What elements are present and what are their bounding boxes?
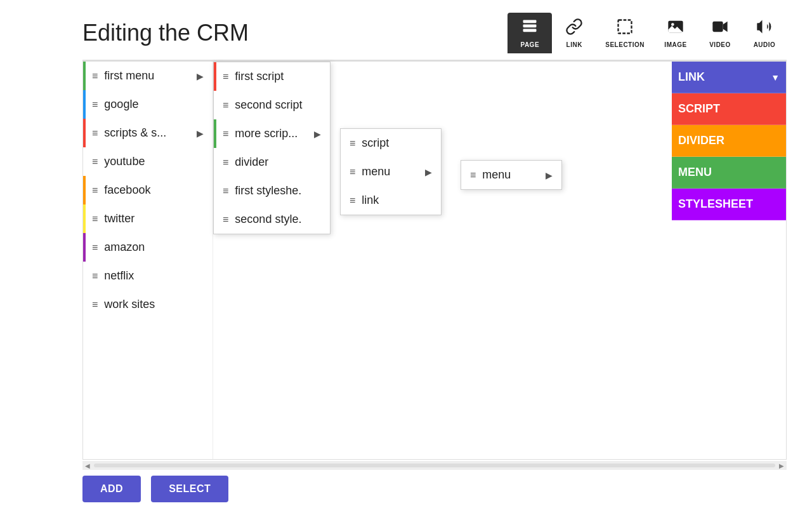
sub-drag-icon-0: ≡ (223, 71, 228, 83)
color-bar-4 (83, 176, 86, 204)
left-menu-item-2[interactable]: ≡scripts & s...▶ (83, 119, 213, 147)
type-btn-stylesheet[interactable]: STYLESHEET (672, 189, 786, 220)
scroll-area: ◀ ▶ (82, 461, 787, 470)
menu-label-6: amazon (104, 241, 145, 254)
scroll-right-icon[interactable]: ▶ (776, 462, 787, 469)
link-icon (565, 18, 583, 39)
type-btn-menu[interactable]: MENU (672, 157, 786, 189)
sub-label-5: second style. (235, 213, 301, 226)
color-bar-2 (83, 119, 86, 147)
sub-label-2: link (362, 194, 379, 207)
submenu-item-1[interactable]: ≡menu▶ (341, 157, 441, 186)
type-panel: LINK▼SCRIPTDIVIDERMENUSTYLESHEET (672, 62, 786, 220)
main-area: ≡first menu▶≡google≡scripts & s...▶≡yout… (82, 60, 787, 460)
drag-icon-6: ≡ (92, 242, 98, 253)
audio-label: AUDIO (754, 41, 776, 48)
left-panel: ≡first menu▶≡google≡scripts & s...▶≡yout… (83, 62, 213, 459)
color-bar-1 (83, 90, 86, 119)
toolbar-item-page[interactable]: PAGE (508, 13, 552, 53)
sub-arrow-0: ▶ (546, 170, 553, 180)
page-label: PAGE (520, 41, 539, 48)
type-btn-script[interactable]: SCRIPT (672, 93, 786, 125)
scroll-track[interactable] (94, 464, 775, 467)
left-menu-item-8[interactable]: ≡work sites (83, 290, 213, 319)
menu-label-3: youtube (104, 155, 145, 168)
type-btn-divider[interactable]: DIVIDER (672, 125, 786, 157)
submenu-item-1[interactable]: ≡second script (214, 91, 330, 119)
sub-label-0: first script (235, 70, 284, 83)
menu-arrow-2: ▶ (197, 128, 204, 138)
drag-icon-4: ≡ (92, 185, 98, 196)
svg-rect-0 (523, 20, 537, 23)
drag-icon-0: ≡ (92, 70, 98, 82)
submenu-item-5[interactable]: ≡second style. (214, 205, 330, 234)
scroll-left-icon[interactable]: ◀ (82, 462, 93, 469)
color-bar-5 (83, 204, 86, 233)
left-menu-item-4[interactable]: ≡facebook (83, 176, 213, 204)
type-label-3: MENU (678, 166, 712, 179)
submenu-item-2[interactable]: ≡more scrip...▶ (214, 119, 330, 148)
submenu-item-0[interactable]: ≡menu▶ (461, 161, 561, 189)
drag-icon-3: ≡ (92, 156, 98, 168)
video-icon (711, 18, 729, 39)
type-dropdown-arrow-0[interactable]: ▼ (771, 72, 780, 83)
toolbar-item-image[interactable]: IMAGE (653, 13, 698, 53)
drag-icon-2: ≡ (92, 128, 98, 139)
submenu-item-4[interactable]: ≡first styleshe. (214, 177, 330, 205)
toolbar-item-selection[interactable]: SELECTION (596, 13, 653, 53)
sub-drag-icon-2: ≡ (223, 128, 228, 140)
sub-arrow-2: ▶ (314, 129, 321, 139)
sub-drag-icon-1: ≡ (223, 100, 228, 111)
select-button[interactable]: SELECT (151, 476, 228, 502)
submenu-item-0[interactable]: ≡first script (214, 62, 330, 91)
svg-rect-3 (619, 20, 632, 34)
sub-color-bar-2 (214, 119, 216, 148)
toolbar-item-link[interactable]: LINK (552, 13, 596, 53)
sub-label-4: first styleshe. (235, 184, 301, 197)
left-menu-item-7[interactable]: ≡netflix (83, 262, 213, 290)
sub-label-2: more scrip... (235, 127, 298, 140)
left-menu-item-1[interactable]: ≡google (83, 90, 213, 119)
menu-arrow-0: ▶ (197, 71, 204, 81)
page-icon (521, 18, 539, 39)
content-area: ≡first script≡second script≡more scrip..… (213, 62, 786, 459)
drag-icon-8: ≡ (92, 299, 98, 311)
sub-label-0: menu (482, 168, 511, 182)
sub-label-3: divider (235, 156, 268, 169)
sub-label-1: menu (362, 165, 390, 178)
svg-rect-6 (712, 22, 723, 32)
left-menu-item-6[interactable]: ≡amazon (83, 233, 213, 262)
page-title: Editing the CRM (82, 20, 508, 46)
toolbar: PAGELINKSELECTIONIMAGEVIDEOAUDIO (508, 13, 787, 53)
sub-drag-icon-1: ≡ (350, 166, 355, 178)
menu-label-2: scripts & s... (104, 126, 166, 140)
left-menu-item-5[interactable]: ≡twitter (83, 204, 213, 233)
left-menu-item-0[interactable]: ≡first menu▶ (83, 62, 213, 90)
sub-label-0: script (362, 137, 389, 150)
image-label: IMAGE (664, 41, 686, 48)
menu-label-4: facebook (104, 184, 150, 197)
drag-icon-7: ≡ (92, 271, 98, 282)
type-label-0: LINK (678, 70, 705, 84)
submenu3: ≡menu▶ (461, 160, 562, 190)
menu-label-8: work sites (104, 298, 155, 311)
toolbar-item-video[interactable]: VIDEO (698, 13, 742, 53)
page-container: Editing the CRM PAGELINKSELECTIONIMAGEVI… (0, 0, 812, 508)
left-menu-item-3[interactable]: ≡youtube (83, 147, 213, 176)
add-button[interactable]: ADD (82, 476, 141, 502)
menu-label-7: netflix (104, 269, 134, 283)
sub-drag-icon-2: ≡ (350, 195, 355, 206)
svg-rect-1 (523, 25, 537, 28)
submenu-item-2[interactable]: ≡link (341, 186, 441, 215)
submenu-item-3[interactable]: ≡divider (214, 148, 330, 177)
menu-label-5: twitter (104, 212, 134, 225)
svg-point-5 (671, 23, 674, 26)
toolbar-item-audio[interactable]: AUDIO (742, 13, 787, 53)
submenu-item-0[interactable]: ≡script (341, 129, 441, 157)
sub-arrow-1: ▶ (425, 167, 432, 177)
link-label: LINK (566, 41, 582, 48)
sub-label-1: second script (235, 98, 302, 112)
type-label-4: STYLESHEET (678, 197, 753, 211)
type-btn-link[interactable]: LINK▼ (672, 62, 786, 93)
menu-label-0: first menu (104, 69, 154, 83)
